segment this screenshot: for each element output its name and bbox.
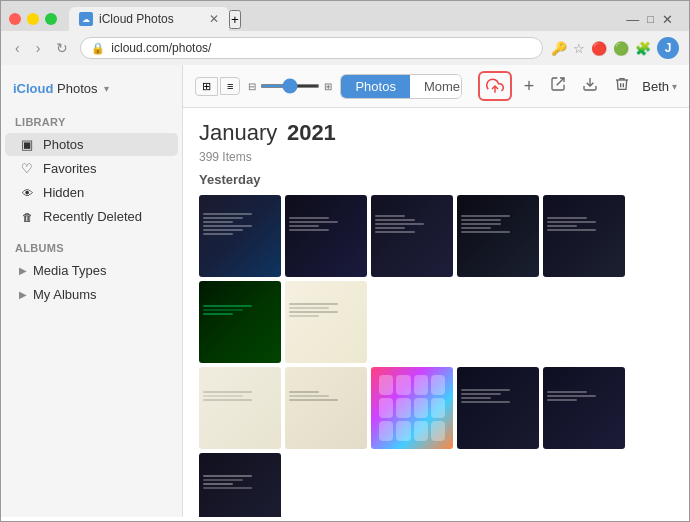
brand-photos: Photos — [57, 81, 97, 96]
photo-row-2 — [199, 367, 673, 517]
tab-favicon: ☁ — [79, 12, 93, 26]
tab-title: iCloud Photos — [99, 12, 174, 26]
sidebar-item-photos[interactable]: ▣ Photos — [5, 133, 178, 156]
brand-icloud: iCloud — [13, 81, 53, 96]
photo-thumb[interactable] — [199, 281, 281, 363]
sidebar-item-favorites[interactable]: ♡ Favorites — [5, 157, 178, 180]
media-types-label: Media Types — [33, 263, 106, 278]
library-section: Library ▣ Photos ♡ Favorites 👁 Hidden 🗑 … — [1, 112, 182, 228]
sidebar: iCloud Photos ▾ Library ▣ Photos ♡ Favor… — [1, 65, 183, 517]
photo-thumb[interactable] — [371, 195, 453, 277]
month-name: January — [199, 120, 277, 145]
trash-icon: 🗑 — [19, 211, 35, 223]
expand-arrow-icon: ▶ — [19, 265, 27, 276]
upload-button[interactable] — [478, 71, 512, 101]
extension-green-icon[interactable]: 🟢 — [613, 41, 629, 56]
back-button[interactable]: ‹ — [11, 38, 24, 58]
sidebar-item-recently-deleted-label: Recently Deleted — [43, 209, 142, 224]
photo-area: January 2021 399 Items Yesterday — [183, 108, 689, 517]
photo-thumb[interactable] — [199, 453, 281, 517]
month-title: January 2021 — [199, 108, 673, 150]
photo-thumb[interactable] — [457, 195, 539, 277]
sidebar-item-hidden[interactable]: 👁 Hidden — [5, 181, 178, 204]
view-tab-group: Photos Mome — [340, 74, 461, 99]
download-icon — [582, 76, 598, 92]
tab-moments-button[interactable]: Mome — [410, 75, 462, 98]
add-button[interactable]: + — [520, 74, 539, 99]
delete-icon — [614, 76, 630, 92]
bookmark-icon[interactable]: ☆ — [573, 41, 585, 56]
window-controls — [9, 13, 57, 25]
photo-thumb[interactable] — [199, 367, 281, 449]
url-bar[interactable]: 🔒 icloud.com/photos/ — [80, 37, 543, 59]
tab-close-icon[interactable]: ✕ — [209, 12, 219, 26]
sidebar-item-favorites-label: Favorites — [43, 161, 96, 176]
app-header: iCloud Photos ▾ — [1, 73, 182, 104]
password-icon[interactable]: 🔑 — [551, 41, 567, 56]
hidden-icon: 👁 — [19, 187, 35, 199]
extensions-icon[interactable]: 🧩 — [635, 41, 651, 56]
close-button[interactable] — [9, 13, 21, 25]
profile-avatar[interactable]: J — [657, 37, 679, 59]
upload-cloud-icon — [486, 77, 504, 95]
sidebar-item-my-albums[interactable]: ▶ My Albums — [5, 283, 178, 306]
active-tab[interactable]: ☁ iCloud Photos ✕ — [69, 7, 229, 31]
browser-actions: 🔑 ☆ 🔴 🟢 🧩 J — [551, 37, 679, 59]
sidebar-item-media-types[interactable]: ▶ Media Types — [5, 259, 178, 282]
new-tab-button[interactable]: + — [229, 10, 241, 29]
library-label: Library — [1, 112, 182, 132]
url-text: icloud.com/photos/ — [111, 41, 211, 55]
refresh-button[interactable]: ↻ — [52, 38, 72, 58]
lock-icon: 🔒 — [91, 42, 105, 55]
maximize-button[interactable] — [45, 13, 57, 25]
address-bar: ‹ › ↻ 🔒 icloud.com/photos/ 🔑 ☆ 🔴 🟢 🧩 J — [1, 31, 689, 65]
photo-thumb[interactable] — [543, 195, 625, 277]
app-brand: iCloud Photos — [13, 81, 98, 96]
photo-thumb[interactable] — [199, 195, 281, 277]
photo-thumb[interactable] — [457, 367, 539, 449]
share-icon — [550, 76, 566, 92]
extension-red-icon[interactable]: 🔴 — [591, 41, 607, 56]
photo-thumb[interactable] — [543, 367, 625, 449]
albums-label: Albums — [1, 238, 182, 258]
main-content: ⊞ ≡ ⊟ ⊞ Photos Mome + — [183, 65, 689, 517]
toolbar: ⊞ ≡ ⊟ ⊞ Photos Mome + — [183, 65, 689, 108]
user-name: Beth — [642, 79, 669, 94]
view-toggle: ⊞ ≡ — [195, 77, 240, 96]
photo-thumb[interactable] — [285, 195, 367, 277]
my-albums-label: My Albums — [33, 287, 97, 302]
minimize-icon[interactable]: — — [626, 12, 639, 27]
photo-thumb[interactable] — [371, 367, 453, 449]
date-label-1: Yesterday — [199, 172, 673, 187]
slider-min-icon: ⊟ — [248, 81, 256, 92]
item-count: 399 Items — [199, 150, 673, 164]
share-button[interactable] — [546, 74, 570, 99]
sidebar-item-recently-deleted[interactable]: 🗑 Recently Deleted — [5, 205, 178, 228]
year-text: 2021 — [287, 120, 336, 145]
expand-arrow-my-albums-icon: ▶ — [19, 289, 27, 300]
svg-line-1 — [557, 78, 564, 85]
minimize-button[interactable] — [27, 13, 39, 25]
restore-icon[interactable]: □ — [647, 13, 654, 25]
delete-button[interactable] — [610, 74, 634, 99]
list-view-button[interactable]: ≡ — [220, 77, 240, 95]
app-container: iCloud Photos ▾ Library ▣ Photos ♡ Favor… — [1, 65, 689, 517]
size-slider-container: ⊟ ⊞ — [248, 81, 332, 92]
photo-thumb[interactable] — [285, 281, 367, 363]
size-slider[interactable] — [260, 84, 320, 88]
photo-thumb[interactable] — [285, 367, 367, 449]
albums-section: Albums ▶ Media Types ▶ My Albums — [1, 238, 182, 306]
sidebar-item-photos-label: Photos — [43, 137, 83, 152]
app-caret-icon[interactable]: ▾ — [104, 83, 109, 94]
user-button[interactable]: Beth ▾ — [642, 79, 677, 94]
window-close-icon[interactable]: ✕ — [662, 12, 673, 27]
grid-view-button[interactable]: ⊞ — [195, 77, 218, 96]
sidebar-item-hidden-label: Hidden — [43, 185, 84, 200]
date-group-1: Yesterday — [199, 172, 673, 517]
tab-bar: ☁ iCloud Photos ✕ + — □ ✕ — [1, 1, 689, 31]
tab-photos-button[interactable]: Photos — [341, 75, 409, 98]
download-button[interactable] — [578, 74, 602, 99]
forward-button[interactable]: › — [32, 38, 45, 58]
slider-max-icon: ⊞ — [324, 81, 332, 92]
photos-icon: ▣ — [19, 137, 35, 152]
